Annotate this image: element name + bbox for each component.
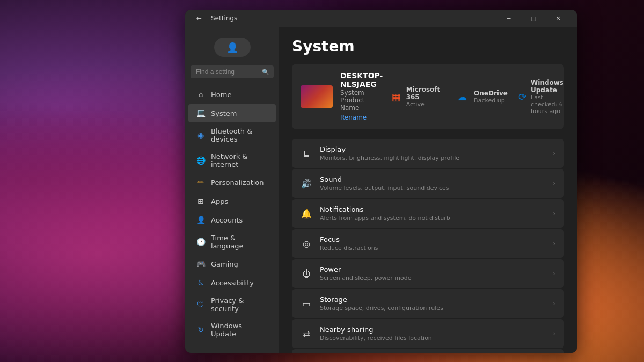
power-chevron: › <box>553 270 555 277</box>
service-winupdate: ⟳ Windows Update Last checked: 6 hours a… <box>518 79 570 115</box>
nearby-sharing-chevron: › <box>553 330 555 337</box>
close-button[interactable]: ✕ <box>546 10 570 27</box>
notifications-title: Notifications <box>320 205 545 213</box>
sound-subtitle: Volume levels, output, input, sound devi… <box>320 184 545 191</box>
sidebar-item-gaming[interactable]: 🎮 Gaming <box>188 255 276 273</box>
sidebar-item-apps[interactable]: ⊞ Apps <box>188 192 276 210</box>
window-controls: ─ □ ✕ <box>496 10 570 27</box>
notifications-chevron: › <box>553 210 555 217</box>
sidebar-item-label-update: Windows Update <box>211 322 268 338</box>
sidebar-item-time[interactable]: 🕐 Time & language <box>188 230 276 254</box>
settings-list: 🖥 Display Monitors, brightness, night li… <box>292 139 564 353</box>
sidebar-item-label-accessibility: Accessibility <box>211 279 254 287</box>
ms365-name: Microsoft 365 <box>406 86 444 101</box>
storage-chevron: › <box>553 300 555 307</box>
notifications-icon: 🔔 <box>301 208 312 219</box>
avatar[interactable]: 👤 <box>214 38 251 57</box>
storage-subtitle: Storage space, drives, configuration rul… <box>320 305 545 312</box>
settings-item-storage[interactable]: ▭ Storage Storage space, drives, configu… <box>292 289 564 318</box>
device-card: DESKTOP-NLSJAEG System Product Name Rena… <box>292 64 564 129</box>
onedrive-name: OneDrive <box>474 90 508 97</box>
title-bar: ← Settings ─ □ ✕ <box>185 10 577 27</box>
onedrive-status: Backed up <box>474 97 508 104</box>
window-title: Settings <box>211 14 237 22</box>
accessibility-icon: ♿ <box>196 278 206 287</box>
settings-item-nearby-sharing[interactable]: ⇄ Nearby sharing Discoverability, receiv… <box>292 319 564 348</box>
home-icon: ⌂ <box>196 90 206 99</box>
focus-icon: ◎ <box>301 238 312 249</box>
storage-icon: ▭ <box>301 298 312 309</box>
sidebar-item-update[interactable]: ↻ Windows Update <box>188 317 276 342</box>
sound-icon: 🔊 <box>301 178 312 189</box>
settings-window: ← Settings ─ □ ✕ 👤 🔍 ⌂ Home 💻 System <box>185 10 577 353</box>
sidebar-item-label-personalization: Personalization <box>211 179 264 187</box>
minimize-button[interactable]: ─ <box>496 10 521 27</box>
notifications-subtitle: Alerts from apps and system, do not dist… <box>320 215 545 221</box>
nav-list: ⌂ Home 💻 System ◉ Bluetooth & devices 🌐 … <box>185 85 279 343</box>
display-title: Display <box>320 145 545 153</box>
nearby-sharing-title: Nearby sharing <box>320 326 545 334</box>
avatar-icon: 👤 <box>226 42 238 53</box>
sidebar-item-bluetooth[interactable]: ◉ Bluetooth & devices <box>188 123 276 147</box>
bluetooth-icon: ◉ <box>196 130 206 140</box>
sidebar-item-system[interactable]: 💻 System <box>188 104 276 122</box>
update-icon: ↻ <box>196 325 206 335</box>
sidebar-item-privacy[interactable]: 🛡 Privacy & security <box>188 292 276 317</box>
device-subtitle: System Product Name <box>340 89 383 112</box>
settings-item-multitasking[interactable]: ⧉ Multitasking Snap windows, desktops, t… <box>292 349 564 353</box>
privacy-icon: 🛡 <box>196 300 206 309</box>
sidebar-item-accounts[interactable]: 👤 Accounts <box>188 211 276 229</box>
settings-item-sound[interactable]: 🔊 Sound Volume levels, output, input, so… <box>292 169 564 198</box>
settings-item-notifications[interactable]: 🔔 Notifications Alerts from apps and sys… <box>292 199 564 228</box>
winupdate-icon: ⟳ <box>518 89 526 104</box>
sidebar-item-label-apps: Apps <box>211 197 228 205</box>
search-area: 🔍 <box>191 65 274 78</box>
sidebar-item-label-home: Home <box>211 91 231 99</box>
device-services: ▦ Microsoft 365 Active ☁ OneDrive Backed… <box>390 79 570 115</box>
search-input[interactable] <box>191 65 274 78</box>
device-thumbnail <box>301 85 333 108</box>
sidebar: 👤 🔍 ⌂ Home 💻 System ◉ Bluetooth & device… <box>185 27 279 353</box>
sidebar-item-label-time: Time & language <box>211 234 268 250</box>
settings-item-focus[interactable]: ◎ Focus Reduce distractions › <box>292 229 564 258</box>
nearby-sharing-subtitle: Discoverability, received files location <box>320 335 545 342</box>
window-body: 👤 🔍 ⌂ Home 💻 System ◉ Bluetooth & device… <box>185 27 577 353</box>
gaming-icon: 🎮 <box>196 259 206 269</box>
sidebar-item-label-system: System <box>211 109 237 117</box>
apps-icon: ⊞ <box>196 196 206 206</box>
power-subtitle: Screen and sleep, power mode <box>320 275 545 282</box>
display-chevron: › <box>553 150 555 157</box>
focus-subtitle: Reduce distractions <box>320 245 545 252</box>
sidebar-item-label-network: Network & internet <box>211 152 268 168</box>
sidebar-item-network[interactable]: 🌐 Network & internet <box>188 148 276 173</box>
ms365-icon: ▦ <box>390 89 401 104</box>
sidebar-item-accessibility[interactable]: ♿ Accessibility <box>188 274 276 292</box>
accounts-icon: 👤 <box>196 215 206 225</box>
power-icon: ⏻ <box>301 268 312 279</box>
power-title: Power <box>320 265 545 274</box>
back-button[interactable]: ← <box>192 11 207 26</box>
settings-item-display[interactable]: 🖥 Display Monitors, brightness, night li… <box>292 139 564 168</box>
display-subtitle: Monitors, brightness, night light, displ… <box>320 154 545 161</box>
display-icon: 🖥 <box>301 147 312 159</box>
sound-chevron: › <box>553 180 555 187</box>
onedrive-icon: ☁ <box>455 89 470 104</box>
personalization-icon: ✏ <box>196 178 206 187</box>
sidebar-item-label-accounts: Accounts <box>211 216 243 224</box>
focus-chevron: › <box>553 240 555 247</box>
device-name: DESKTOP-NLSJAEG <box>340 71 383 88</box>
sidebar-item-home[interactable]: ⌂ Home <box>188 85 276 104</box>
sidebar-item-label-gaming: Gaming <box>211 260 238 268</box>
ms365-status: Active <box>406 101 444 108</box>
network-icon: 🌐 <box>196 156 206 165</box>
focus-title: Focus <box>320 235 545 243</box>
sidebar-item-label-bluetooth: Bluetooth & devices <box>211 127 268 143</box>
settings-item-power[interactable]: ⏻ Power Screen and sleep, power mode › <box>292 259 564 288</box>
maximize-button[interactable]: □ <box>521 10 546 27</box>
sidebar-item-personalization[interactable]: ✏ Personalization <box>188 173 276 191</box>
winupdate-name: Windows Update <box>531 79 570 94</box>
rename-link[interactable]: Rename <box>340 114 367 121</box>
sound-title: Sound <box>320 175 545 183</box>
winupdate-status: Last checked: 6 hours ago <box>531 94 570 115</box>
search-icon: 🔍 <box>262 69 269 76</box>
